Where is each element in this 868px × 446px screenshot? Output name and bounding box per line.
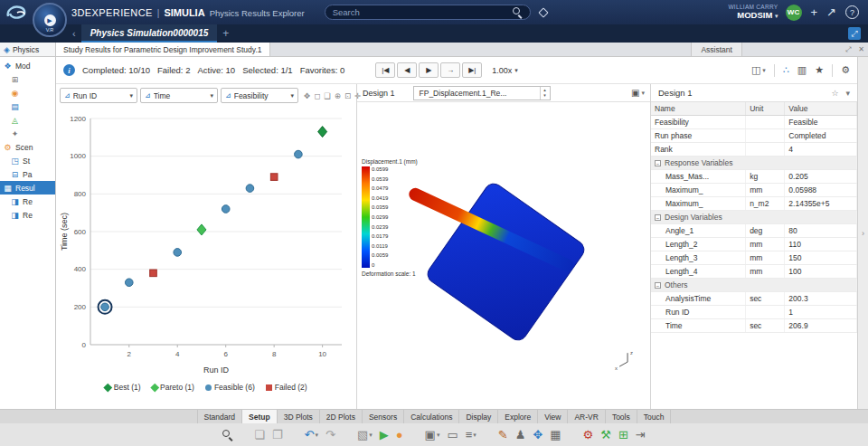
plot-icon[interactable]: ▦ [550,429,561,441]
property-row[interactable]: Length_4mm100 [651,265,857,279]
play-button[interactable]: ▶ [419,62,439,78]
skip-end-button[interactable]: ▶| [462,62,482,78]
tools-wrench-icon[interactable]: ⚒ [600,429,611,441]
column-header-value[interactable]: Value [785,102,857,116]
legend-item[interactable]: Pareto (1) [152,383,194,392]
zoom-in-icon[interactable]: ⊕ [335,91,341,100]
settings-gear-icon[interactable]: ⚙ [841,64,850,76]
ribbon-tab-touch[interactable]: Touch [637,410,672,423]
ribbon-tab-explore[interactable]: Explore [498,410,538,423]
transform-icon[interactable]: ✥ [533,429,542,441]
property-row[interactable]: Rank4 [651,143,857,157]
speed-selector[interactable]: 1.00x ▾ [489,66,521,75]
model-view-icon[interactable]: ▧▾ [357,429,373,441]
scatter-plot-icon[interactable]: ∴ [783,64,789,76]
layout-panes-icon[interactable]: ◫ ▾ [751,64,766,76]
export-icon[interactable]: ⇥ [636,429,646,441]
filter-dropdown-time[interactable]: ⊿Time▾ [140,88,218,103]
property-value[interactable]: 0.205 [785,170,857,184]
tab-study-results[interactable]: Study Results for Parametric Design Impr… [56,43,270,56]
legend-item[interactable]: Failed (2) [266,383,307,392]
ribbon-tab-3d-plots[interactable]: 3D Plots [278,410,320,423]
tree-item-re[interactable]: ◨Re [0,208,55,222]
box-select-icon[interactable]: ◻ [314,91,320,100]
collapse-icon[interactable]: − [655,160,661,166]
paste-icon[interactable]: ❐ [272,429,283,441]
legend-item[interactable]: Feasible (6) [205,383,255,392]
3ds-logo[interactable] [5,3,32,23]
search-bar[interactable]: Search [325,5,531,20]
tree-item-mod[interactable]: ❖Mod [0,59,55,72]
property-value[interactable]: 4 [785,143,857,157]
undo-icon[interactable]: ↶▾ [305,429,318,441]
results-sphere-icon[interactable]: ● [396,429,403,441]
tree-item-node-spark[interactable]: ✦ [0,127,55,140]
info-icon[interactable]: i [63,64,75,76]
property-row[interactable]: Angle_1deg80 [651,224,857,238]
ribbon-tab-display[interactable]: Display [459,410,498,423]
ribbon-tab-sensors[interactable]: Sensors [363,410,404,423]
property-value[interactable]: 100 [785,265,857,279]
manikin-icon[interactable]: ♟ [515,429,526,441]
panel-close-icon[interactable]: ✕ [854,43,868,56]
property-value[interactable]: 150 [785,251,857,265]
settings-red-icon[interactable]: ⚙ [583,429,594,441]
collapse-panel-icon[interactable]: ▾ [845,89,850,98]
viewer-3d-area[interactable]: z x Displacement.1 (mm) 0.05990.05390.04… [357,102,650,409]
favorite-star-icon[interactable]: ☆ [831,89,838,98]
ribbon-tab-view[interactable]: View [538,410,568,423]
compass-play-icon[interactable]: ▶ [44,14,56,26]
list-view-icon[interactable]: ≡▾ [466,429,476,441]
property-value[interactable]: 1 [785,306,857,319]
step-back-button[interactable]: ◀ [397,62,417,78]
property-section-row[interactable]: −Response Variables [651,157,857,170]
property-row[interactable]: Maximum_mm0.05988 [651,184,857,197]
property-row[interactable]: Run ID1 [651,306,857,319]
workspace-selector[interactable]: MODSIM ▾ [728,11,778,21]
tab-assistant[interactable]: Assistant [691,43,742,56]
property-row[interactable]: Mass_Mas...kg0.205 [651,170,857,184]
filter-dropdown-feasibility[interactable]: ⊿Feasibility▾ [221,88,298,103]
property-row[interactable]: Length_2mm110 [651,238,857,251]
property-value[interactable]: 206.9 [785,319,857,333]
collapse-icon[interactable]: − [655,282,661,289]
ribbon-tab-tools[interactable]: Tools [606,410,637,423]
property-section-row[interactable]: −Others [651,279,857,292]
capture-icon[interactable]: ▣▾ [425,429,440,441]
fit-view-icon[interactable]: ⊡ [344,91,351,100]
property-value[interactable]: 200.3 [785,292,857,306]
filter-dropdown-run-id[interactable]: ⊿Run ID▾ [60,88,137,103]
property-row[interactable]: FeasibilityFeasible [651,116,857,129]
property-value[interactable]: 80 [785,224,857,238]
property-value[interactable]: Feasible [785,116,857,129]
comment-icon[interactable]: ❑ [324,91,331,100]
property-section-row[interactable]: −Design Variables [651,211,857,224]
skip-start-button[interactable]: |◀ [375,62,395,78]
ribbon-tab-calculations[interactable]: Calculations [404,410,459,423]
property-value[interactable]: 2.14355e+5 [785,197,857,211]
back-chevron-icon[interactable]: ‹ [72,28,76,39]
tree-item-scen[interactable]: ⚙Scen [0,140,55,154]
property-row[interactable]: Length_3mm150 [651,251,857,265]
tree-item-re[interactable]: ◨Re [0,195,55,208]
plot-selector[interactable]: FP_Displacement.1_Re... ▴▾ [413,86,551,100]
tree-item-node-grid[interactable]: ⊞ [0,72,55,86]
display-screen-icon[interactable]: ▭ [447,429,458,441]
tag-icon[interactable] [538,7,548,17]
tree-item-node-layers[interactable]: ▤ [0,100,55,113]
copy-icon[interactable]: ❏ [254,429,265,441]
image-export-icon[interactable]: ▣▾ [631,88,645,98]
panel-expand-icon[interactable]: ⤢ [842,43,854,56]
columns-icon[interactable]: ▥ [797,64,807,76]
property-row[interactable]: Maximum_n_m22.14355e+5 [651,197,857,211]
add-content-icon[interactable]: + [811,5,818,19]
favorites-star-icon[interactable]: ★ [815,64,824,76]
spinner-icons[interactable]: ▴▾ [540,87,550,100]
play-simulation-icon[interactable]: ▶ [380,429,389,441]
tree-item-node-triangle[interactable]: ◬ [0,113,55,127]
property-value[interactable]: 0.05988 [785,184,857,197]
document-tab[interactable]: Physics Simulation0000015 [81,24,218,43]
sketch-icon[interactable]: ✎ [498,429,508,441]
pan-icon[interactable]: ✥ [304,91,310,100]
tree-item-pa[interactable]: ⊟Pa [0,167,55,181]
